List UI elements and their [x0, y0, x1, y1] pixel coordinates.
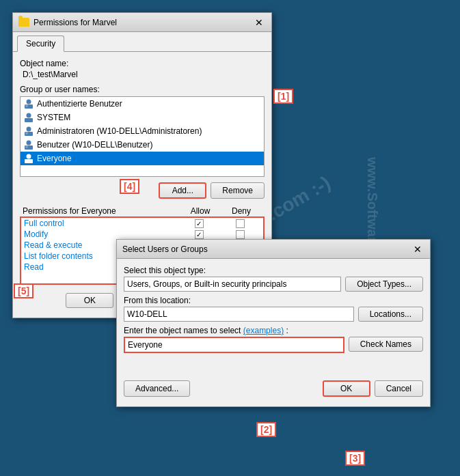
svg-point-1	[27, 100, 31, 104]
annotation-2: [2]	[256, 422, 276, 437]
object-label: Object name:	[20, 59, 265, 68]
object-names-label: Enter the object names to select (exampl…	[124, 326, 423, 335]
tab-bar: Security	[13, 32, 271, 52]
svg-point-2	[25, 104, 28, 107]
user-item-everyone[interactable]: Everyone	[21, 152, 264, 165]
checkbox-allow-fullcontrol[interactable]: ✓	[195, 219, 204, 228]
select-title-area: Select Users or Groups	[122, 244, 208, 254]
advanced-button[interactable]: Advanced...	[124, 380, 190, 397]
select-btn-row: Advanced... OK Cancel	[124, 378, 423, 400]
user-name-benutzer: Benutzer (W10-DELL\Benutzer)	[37, 140, 152, 150]
permissions-for-label: Permissions for Everyone	[23, 206, 180, 216]
locations-button[interactable]: Locations...	[358, 307, 423, 322]
user-icon-admin	[23, 126, 34, 137]
svg-point-4	[27, 113, 31, 118]
perm-allow-modify[interactable]: ✓	[178, 230, 219, 239]
select-close-button[interactable]: ✕	[411, 242, 424, 256]
user-name-authentizierte: Authentizierte Benutzer	[37, 99, 122, 109]
select-cancel-button[interactable]: Cancel	[375, 380, 423, 397]
perm-row-modify[interactable]: Modify ✓	[21, 229, 263, 240]
svg-rect-11	[25, 159, 33, 163]
user-item-system[interactable]: SYSTEM	[21, 111, 264, 124]
perm-row-fullcontrol[interactable]: Full control ✓	[21, 218, 263, 229]
user-item-admin[interactable]: Administratoren (W10-DELL\Administratore…	[21, 124, 264, 138]
object-type-row: Object Types...	[124, 277, 423, 292]
allow-header: Allow	[180, 206, 221, 216]
add-button[interactable]: Add...	[159, 182, 206, 199]
check-names-button[interactable]: Check Names	[349, 337, 423, 352]
svg-point-9	[27, 141, 31, 145]
permissions-title: Permissions for Marvel	[33, 18, 117, 27]
select-title: Select Users or Groups	[122, 244, 208, 254]
remove-button[interactable]: Remove	[211, 182, 265, 199]
perm-deny-modify[interactable]	[219, 230, 260, 239]
user-icon-benutzer	[23, 139, 34, 150]
group-label: Group or user names:	[20, 85, 265, 94]
svg-rect-3	[25, 118, 33, 122]
checkbox-allow-modify[interactable]: ✓	[195, 230, 204, 239]
svg-point-7	[25, 132, 28, 135]
svg-point-10	[25, 145, 28, 148]
location-input[interactable]	[124, 307, 354, 322]
tab-security[interactable]: Security	[17, 36, 64, 52]
perm-allow-fullcontrol[interactable]: ✓	[178, 219, 219, 228]
permissions-titlebar[interactable]: Permissions for Marvel ✕	[13, 13, 271, 32]
user-item-benutzer[interactable]: Benutzer (W10-DELL\Benutzer)	[21, 138, 264, 152]
perm-name-modify: Modify	[24, 229, 178, 239]
svg-point-12	[27, 154, 31, 159]
checkbox-deny-fullcontrol[interactable]	[236, 219, 245, 228]
checkbox-deny-modify[interactable]	[236, 230, 245, 239]
object-value: D:\_test\Marvel	[20, 70, 265, 79]
user-icon-authentizierte	[23, 98, 34, 109]
select-titlebar[interactable]: Select Users or Groups ✕	[117, 240, 430, 259]
permissions-title-area: Permissions for Marvel	[18, 18, 117, 27]
add-remove-row: Add... Remove	[20, 182, 265, 199]
object-type-input[interactable]	[124, 277, 341, 292]
object-names-row: Check Names	[124, 337, 423, 353]
annotation-3: [3]	[345, 451, 365, 466]
annotation-1: [1]	[273, 89, 293, 104]
object-names-text: Enter the object names to select	[124, 326, 241, 335]
svg-point-6	[27, 127, 31, 132]
user-list[interactable]: Authentizierte Benutzer SYSTEM Administr…	[20, 96, 265, 177]
object-names-input[interactable]	[124, 337, 344, 353]
user-name-system: SYSTEM	[37, 113, 70, 122]
folder-icon	[18, 18, 29, 27]
object-types-button[interactable]: Object Types...	[345, 277, 423, 292]
object-type-label: Select this object type:	[124, 266, 423, 275]
user-item-authentizierte[interactable]: Authentizierte Benutzer	[21, 97, 264, 111]
select-content: Select this object type: Object Types...…	[117, 259, 430, 406]
examples-link[interactable]: (examples)	[243, 326, 284, 335]
ok-button[interactable]: OK	[66, 293, 113, 308]
user-icon-system	[23, 112, 34, 123]
permissions-header: Permissions for Everyone Allow Deny	[20, 206, 265, 216]
deny-header: Deny	[221, 206, 262, 216]
location-row: Locations...	[124, 307, 423, 322]
select-ok-button[interactable]: OK	[323, 380, 370, 397]
annotation-5: [5]	[14, 283, 33, 298]
user-icon-everyone	[23, 153, 34, 164]
user-name-admin: Administratoren (W10-DELL\Administratore…	[37, 126, 202, 136]
perm-deny-fullcontrol[interactable]	[219, 219, 260, 228]
location-label: From this location:	[124, 296, 423, 305]
annotation-4: [4]	[120, 179, 139, 194]
select-users-dialog: Select Users or Groups ✕ Select this obj…	[116, 239, 431, 407]
perm-name-fullcontrol: Full control	[24, 219, 178, 228]
user-name-everyone: Everyone	[37, 154, 72, 163]
permissions-close-button[interactable]: ✕	[252, 16, 266, 29]
